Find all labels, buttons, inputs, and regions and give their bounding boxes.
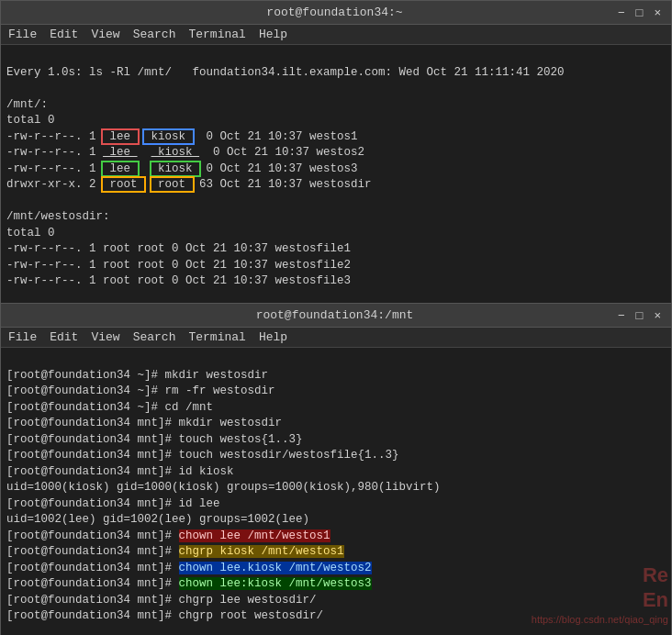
cmd-mkdir-westosdir: [root@foundation34 ~]# mkdir westosdir (6, 369, 268, 382)
dir-westosdir: drwxr-xr-x. 2 root root 63 Oct 21 10:37 … (6, 178, 372, 191)
menubar-1: File Edit View Search Terminal Help (1, 25, 671, 45)
total-line: total 0 (6, 114, 55, 127)
menu-terminal-2[interactable]: Terminal (188, 330, 245, 344)
group-root: root (151, 178, 193, 191)
owner-lee-3: lee (103, 162, 138, 175)
maximize-btn-2[interactable]: □ (633, 308, 646, 322)
cmd-chown-leekiosk-westos2: [root@foundation34 mnt]# chown lee.kiosk… (6, 562, 372, 574)
dir-label-mnt: /mnt/: (6, 98, 48, 111)
menu-view-2[interactable]: View (91, 330, 119, 344)
close-btn-1[interactable]: × (651, 6, 664, 19)
menu-help-2[interactable]: Help (259, 330, 287, 344)
owner-root: root (103, 178, 144, 191)
output-id-kiosk: uid=1000(kiosk) gid=1000(kiosk) groups=1… (6, 481, 441, 494)
dir-label-westosdir: /mnt/westosdir: (6, 210, 110, 223)
cmd-chown-leekiosk-westos3: [root@foundation34 mnt]# chown lee:kiosk… (6, 577, 372, 590)
title-bar-2: root@foundation34:/mnt − □ × (1, 304, 671, 328)
terminal-window-2: root@foundation34:/mnt − □ × File Edit V… (0, 303, 672, 635)
window2-title: root@foundation34:/mnt (54, 308, 615, 322)
owner-lee-1: lee (103, 130, 138, 143)
minimize-btn-2[interactable]: − (615, 308, 628, 322)
chown-cmd-blue: chown lee.kiosk /mnt/westos2 (179, 562, 372, 574)
cmd-chgrp-kiosk-westos1: [root@foundation34 mnt]# chgrp kiosk /mn… (6, 545, 344, 558)
chgrp-cmd-orange: chgrp kiosk /mnt/westos1 (179, 545, 344, 558)
cmd-chgrp-root-westosdir: [root@foundation34 mnt]# chgrp root west… (6, 609, 323, 622)
owner-lee-2: lee (103, 146, 138, 159)
maximize-btn-1[interactable]: □ (633, 6, 646, 19)
menu-help-1[interactable]: Help (259, 28, 287, 41)
cmd-chown-lee-westos1: [root@foundation34 mnt]# chown lee /mnt/… (6, 529, 330, 542)
file-westosfile2: -rw-r--r--. 1 root root 0 Oct 21 10:37 w… (6, 259, 351, 272)
menu-terminal-1[interactable]: Terminal (188, 28, 245, 41)
group-kiosk-3: kiosk (151, 162, 200, 175)
menu-search-1[interactable]: Search (133, 28, 176, 41)
cmd-cd-mnt: [root@foundation34 ~]# cd /mnt (6, 401, 213, 414)
output-id-lee: uid=1002(lee) gid=1002(lee) groups=1002(… (6, 513, 309, 526)
window1-title: root@foundation34:~ (54, 6, 615, 19)
file-westos3: -rw-r--r--. 1 lee kiosk 0 Oct 21 10:37 w… (6, 162, 358, 175)
menu-search-2[interactable]: Search (133, 330, 176, 344)
window1-controls[interactable]: − □ × (615, 6, 664, 19)
menu-file-1[interactable]: File (8, 28, 37, 41)
close-btn-2[interactable]: × (651, 308, 664, 322)
menubar-2: File Edit View Search Terminal Help (1, 328, 671, 348)
cmd-id-kiosk: [root@foundation34 mnt]# id kiosk (6, 465, 234, 478)
cmd-chgrp-lee-westosdir: [root@foundation34 mnt]# chgrp lee westo… (6, 594, 317, 607)
file-westos2: -rw-r--r--. 1 lee kiosk 0 Oct 21 10:37 w… (6, 146, 364, 159)
chown-cmd-green: chown lee:kiosk /mnt/westos3 (179, 577, 372, 590)
minimize-btn-1[interactable]: − (615, 6, 628, 19)
file-westosfile3: -rw-r--r--. 1 root root 0 Oct 21 10:37 w… (6, 274, 351, 287)
terminal-window-1: root@foundation34:~ − □ × File Edit View… (0, 0, 672, 303)
terminal-output-2: [root@foundation34 ~]# mkdir westosdir [… (1, 348, 671, 635)
status-line: Every 1.0s: ls -Rl /mnt/ foundation34.il… (6, 66, 565, 79)
menu-file-2[interactable]: File (8, 330, 37, 344)
file-westos1: -rw-r--r--. 1 lee kiosk 0 Oct 21 10:37 w… (6, 130, 358, 143)
menu-edit-2[interactable]: Edit (50, 330, 78, 344)
window2-controls[interactable]: − □ × (615, 308, 664, 322)
menu-view-1[interactable]: View (91, 28, 119, 41)
group-kiosk-1: kiosk (144, 130, 193, 143)
terminal-output-1: Every 1.0s: ls -Rl /mnt/ foundation34.il… (1, 45, 671, 309)
csdn-link: https://blog.csdn.net/qiao_qing (528, 612, 672, 627)
cmd-mkdir-westosdir2: [root@foundation34 mnt]# mkdir westosdir (6, 417, 282, 429)
cmd-id-lee: [root@foundation34 mnt]# id lee (6, 497, 220, 510)
cmd-touch-westos: [root@foundation34 mnt]# touch westos{1.… (6, 433, 303, 446)
total-line-2: total 0 (6, 227, 55, 240)
menu-edit-1[interactable]: Edit (50, 28, 78, 41)
title-bar-1: root@foundation34:~ − □ × (1, 1, 671, 25)
file-westosfile1: -rw-r--r--. 1 root root 0 Oct 21 10:37 w… (6, 242, 351, 255)
cmd-rm-westosdir: [root@foundation34 ~]# rm -fr westosdir (6, 384, 275, 397)
chown-cmd-red: chown lee /mnt/westos1 (179, 529, 330, 542)
cmd-touch-westosfile: [root@foundation34 mnt]# touch westosdir… (6, 449, 399, 462)
group-kiosk-2: kiosk (151, 146, 200, 159)
